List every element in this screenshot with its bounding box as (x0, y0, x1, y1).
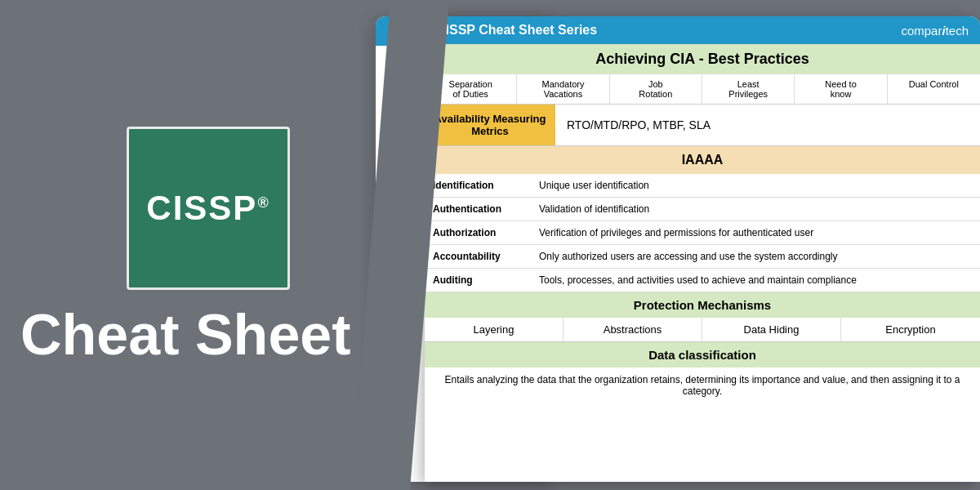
cia-section-header: Achieving CIA - Best Practices (425, 44, 980, 74)
protection-header: Protection Mechanisms (425, 292, 980, 318)
comparitech-logo: comparitech (901, 24, 969, 38)
iaaaa-term-0: Identification (425, 174, 531, 198)
bp-vacations: MandatoryVacations (517, 74, 609, 104)
bp-dual: Dual Control (888, 74, 980, 104)
best-practices-row: Separationof Duties MandatoryVacations J… (425, 74, 980, 105)
table-row: Accountability Only authorized users are… (425, 245, 980, 269)
prot-abstractions: Abstractions (564, 318, 702, 341)
cissp-logo-box: CISSP® (127, 127, 290, 290)
table-row: Auditing Tools, processes, and activitie… (425, 269, 980, 292)
table-row: Authorization Verification of privileges… (425, 221, 980, 245)
sheet-header-title: CISSP Cheat Sheet Series (436, 23, 597, 38)
bp-need: Need toknow (795, 74, 887, 104)
iaaaa-term-3: Accountability (425, 245, 531, 269)
cheat-sheet-title: Cheat Sheet (20, 306, 396, 363)
iaaaa-def-4: Tools, processes, and activities used to… (531, 269, 980, 292)
availability-value: RTO/MTD/RPO, MTBF, SLA (555, 110, 980, 140)
prot-encryption: Encryption (841, 318, 980, 341)
iaaaa-def-0: Unique user identification (531, 174, 980, 198)
cissp-logo-text: CISSP® (146, 189, 270, 228)
table-row: Identification Unique user identificatio… (425, 174, 980, 198)
iaaaa-def-2: Verification of privileges and permissio… (531, 221, 980, 245)
prot-data-hiding: Data Hiding (702, 318, 841, 341)
iaaaa-term-4: Auditing (425, 269, 531, 292)
availability-label: Availability Measuring Metrics (425, 105, 555, 145)
bp-least: LeastPrivileges (702, 74, 795, 104)
iaaaa-header: IAAAA (425, 146, 980, 174)
availability-row: Availability Measuring Metrics RTO/MTD/R… (425, 105, 980, 146)
left-panel: CISSP® Cheat Sheet (0, 0, 416, 490)
bp-rotation: JobRotation (610, 74, 702, 104)
iaaaa-def-1: Validation of identification (531, 198, 980, 221)
iaaaa-term-1: Authentication (425, 198, 531, 221)
iaaaa-table: Identification Unique user identificatio… (425, 174, 980, 292)
sheet-header: CISSP Cheat Sheet Series comparitech (425, 16, 980, 44)
cheat-sheet-panel: CISSP Cheat Sheet Series comparitech Ach… (425, 16, 980, 482)
iaaaa-def-3: Only authorized users are accessing and … (531, 245, 980, 269)
prot-layering: Layering (425, 318, 564, 341)
data-class-header: Data classification (425, 342, 980, 368)
table-row: Authentication Validation of identificat… (425, 198, 980, 221)
iaaaa-term-2: Authorization (425, 221, 531, 245)
protection-row: Layering Abstractions Data Hiding Encryp… (425, 318, 980, 342)
data-class-text: Entails analyzing the data that the orga… (425, 368, 980, 403)
